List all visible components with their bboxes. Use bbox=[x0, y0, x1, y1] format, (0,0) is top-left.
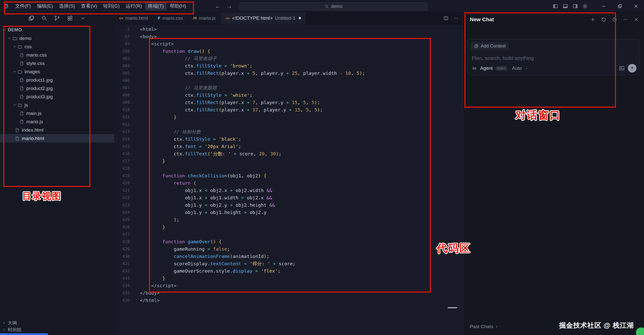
code-line-423: 423 obj1.y < obj2.y + obj2.height && bbox=[114, 201, 463, 209]
menu-item-5[interactable]: 运行(R) bbox=[123, 2, 145, 10]
code-text: // 马里奥胡子 bbox=[130, 55, 217, 62]
model-auto-selector[interactable]: Auto bbox=[512, 65, 522, 71]
file-icon bbox=[19, 78, 24, 83]
code-lines: 2<html>67<body>83 <script>280 function d… bbox=[114, 26, 463, 304]
tree-item-images[interactable]: images bbox=[0, 67, 114, 76]
agent-shortcut-badge: Ctrl+I bbox=[496, 66, 507, 71]
tab-label: mario.js bbox=[199, 15, 216, 21]
code-text bbox=[130, 77, 140, 84]
past-chats-link[interactable]: Past Chats bbox=[470, 324, 499, 329]
tree-item-label: product1.jpg bbox=[26, 77, 53, 83]
history-icon[interactable] bbox=[600, 16, 607, 23]
folder-icon bbox=[17, 44, 22, 49]
chevron-right-icon bbox=[2, 328, 6, 332]
chevron-down-icon[interactable] bbox=[12, 103, 17, 107]
line-number: 432 bbox=[114, 267, 130, 275]
code-text: } bbox=[130, 113, 177, 121]
explorer-root[interactable]: DEMO bbox=[0, 26, 114, 34]
tree-item-js[interactable]: js bbox=[0, 101, 114, 109]
add-context-button[interactable]: @ Add Context bbox=[471, 42, 509, 50]
tree-item-label: images bbox=[24, 69, 40, 75]
chat-input-card[interactable]: @ Add Context Plan, search, build anythi… bbox=[467, 39, 640, 75]
code-text: } bbox=[130, 223, 165, 231]
chevron-down-icon bbox=[3, 28, 7, 32]
search-icon[interactable] bbox=[41, 15, 47, 21]
tab-mario.css[interactable]: #mario.css bbox=[153, 12, 188, 24]
line-number: 411 bbox=[114, 113, 130, 121]
file-icon bbox=[19, 53, 24, 58]
tree-item-label: mario.js bbox=[26, 119, 43, 125]
code-text: function draw() { bbox=[130, 47, 210, 55]
outline-section-header[interactable]: 大纲 bbox=[0, 319, 114, 326]
chevron-down-icon[interactable] bbox=[12, 44, 17, 49]
code-line-410: 410 ctx.fillRect(player.x + 17, player.y… bbox=[114, 106, 463, 113]
menu-item-4[interactable]: 转到(G) bbox=[100, 2, 122, 10]
close-icon[interactable] bbox=[633, 16, 639, 23]
line-number: 415 bbox=[114, 143, 130, 150]
menu-item-1[interactable]: 编辑(E) bbox=[34, 2, 56, 10]
menu-bar: 文件(F)编辑(E)选择(S)查看(V)转到(G)运行(R)终端(T)帮助(H) bbox=[12, 2, 189, 10]
tree-item-product2.jpg[interactable]: product2.jpg bbox=[0, 84, 114, 92]
chevron-down-icon[interactable] bbox=[80, 15, 86, 21]
clock-icon[interactable] bbox=[611, 16, 618, 23]
explorer-icon[interactable] bbox=[28, 15, 34, 21]
file-icon bbox=[15, 128, 20, 133]
tree-item-css[interactable]: css bbox=[0, 42, 114, 51]
timeline-section-header[interactable]: 时间线 bbox=[0, 326, 114, 333]
watermark: 掘金技术社区 @ 栈江湖 bbox=[559, 321, 634, 330]
close-button[interactable] bbox=[628, 0, 644, 12]
tab-mario.html[interactable]: <>mario.html bbox=[114, 12, 153, 24]
code-text bbox=[130, 231, 140, 238]
tree-item-index.html[interactable]: index.html bbox=[0, 126, 114, 134]
agent-mode-selector[interactable]: Agent bbox=[480, 65, 493, 71]
line-number: 419 bbox=[114, 172, 130, 179]
settings-icon[interactable] bbox=[580, 0, 590, 12]
code-line-280: 280 function draw() { bbox=[114, 47, 463, 55]
line-number: 434 bbox=[114, 282, 130, 289]
tree-item-mario.html[interactable]: mario.html bbox=[0, 134, 114, 142]
tree-item-style.css[interactable]: style.css bbox=[0, 59, 114, 67]
more-icon[interactable] bbox=[451, 12, 461, 24]
menu-item-2[interactable]: 选择(S) bbox=[56, 2, 78, 10]
send-button[interactable] bbox=[628, 64, 636, 73]
chat-header-icons bbox=[589, 16, 639, 23]
back-icon[interactable]: ← bbox=[214, 0, 221, 12]
panel-right-icon[interactable] bbox=[570, 0, 580, 12]
menu-item-7[interactable]: 帮助(H) bbox=[167, 2, 189, 10]
tree-item-product3.jpg[interactable]: product3.jpg bbox=[0, 92, 114, 101]
image-upload-icon[interactable] bbox=[618, 65, 625, 71]
plus-icon[interactable] bbox=[589, 16, 596, 23]
forward-icon[interactable]: → bbox=[226, 0, 233, 12]
code-editor[interactable]: 2<html>67<body>83 <script>280 function d… bbox=[114, 24, 463, 335]
panel-bottom-icon[interactable] bbox=[560, 0, 570, 12]
tree-item-mario.css[interactable]: mario.css bbox=[0, 51, 114, 59]
menu-item-6[interactable]: 终端(T) bbox=[145, 2, 167, 10]
app-logo-icon bbox=[3, 3, 9, 9]
code-text: obj1.x < obj2.x + obj2.width && bbox=[130, 187, 272, 194]
tab-Untitled-1[interactable]: <><!DOCTYPE html>Untitled-1 bbox=[221, 12, 306, 24]
split-editor-icon[interactable] bbox=[441, 12, 451, 24]
menu-item-3[interactable]: 查看(V) bbox=[78, 2, 100, 10]
code-text bbox=[130, 165, 140, 172]
line-number: 410 bbox=[114, 106, 130, 113]
chevron-down-icon[interactable] bbox=[12, 69, 17, 74]
scrollbar-thumb[interactable] bbox=[448, 307, 457, 308]
tab-mario.js[interactable]: JSmario.js bbox=[188, 12, 221, 24]
search-value: demo bbox=[331, 4, 342, 9]
tree-item-main.js[interactable]: main.js bbox=[0, 109, 114, 117]
more-icon[interactable] bbox=[622, 16, 629, 23]
source-control-icon[interactable] bbox=[54, 15, 60, 21]
restore-button[interactable] bbox=[612, 0, 628, 12]
tree-item-demo[interactable]: demo bbox=[0, 34, 114, 42]
panel-left-icon[interactable] bbox=[551, 0, 560, 12]
tree-item-product1.jpg[interactable]: product1.jpg bbox=[0, 76, 114, 84]
chevron-down-icon[interactable] bbox=[7, 36, 12, 40]
code-line-429: 429 gameRunning = false; bbox=[114, 245, 463, 253]
command-search[interactable]: demo bbox=[239, 2, 428, 10]
code-line-413: 413 // 绘制分数 bbox=[114, 128, 463, 135]
extensions-icon[interactable] bbox=[67, 15, 73, 21]
minimize-button[interactable] bbox=[596, 0, 612, 12]
tree-item-label: index.html bbox=[22, 127, 44, 133]
menu-item-0[interactable]: 文件(F) bbox=[12, 2, 34, 10]
tree-item-mario.js[interactable]: mario.js bbox=[0, 117, 114, 126]
